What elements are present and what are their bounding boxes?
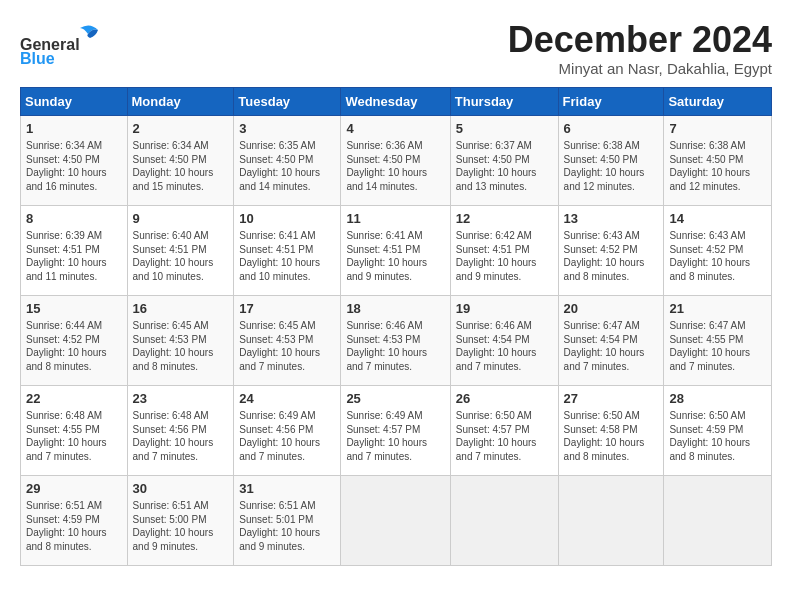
calendar-cell: 9Sunrise: 6:40 AMSunset: 4:51 PMDaylight…	[127, 205, 234, 295]
calendar-cell: 18Sunrise: 6:46 AMSunset: 4:53 PMDayligh…	[341, 295, 450, 385]
day-info: Sunrise: 6:49 AMSunset: 4:56 PMDaylight:…	[239, 409, 335, 463]
calendar-cell: 20Sunrise: 6:47 AMSunset: 4:54 PMDayligh…	[558, 295, 664, 385]
calendar-cell: 26Sunrise: 6:50 AMSunset: 4:57 PMDayligh…	[450, 385, 558, 475]
calendar-cell: 8Sunrise: 6:39 AMSunset: 4:51 PMDaylight…	[21, 205, 128, 295]
day-number: 1	[26, 120, 122, 138]
calendar-week-row: 22Sunrise: 6:48 AMSunset: 4:55 PMDayligh…	[21, 385, 772, 475]
calendar-cell	[664, 475, 772, 565]
calendar-cell: 7Sunrise: 6:38 AMSunset: 4:50 PMDaylight…	[664, 115, 772, 205]
calendar-cell: 15Sunrise: 6:44 AMSunset: 4:52 PMDayligh…	[21, 295, 128, 385]
day-number: 7	[669, 120, 766, 138]
day-number: 14	[669, 210, 766, 228]
calendar-cell: 23Sunrise: 6:48 AMSunset: 4:56 PMDayligh…	[127, 385, 234, 475]
calendar-week-row: 29Sunrise: 6:51 AMSunset: 4:59 PMDayligh…	[21, 475, 772, 565]
calendar-cell: 14Sunrise: 6:43 AMSunset: 4:52 PMDayligh…	[664, 205, 772, 295]
day-info: Sunrise: 6:39 AMSunset: 4:51 PMDaylight:…	[26, 229, 122, 283]
day-info: Sunrise: 6:42 AMSunset: 4:51 PMDaylight:…	[456, 229, 553, 283]
day-number: 28	[669, 390, 766, 408]
day-info: Sunrise: 6:51 AMSunset: 5:00 PMDaylight:…	[133, 499, 229, 553]
calendar-week-row: 1Sunrise: 6:34 AMSunset: 4:50 PMDaylight…	[21, 115, 772, 205]
day-number: 8	[26, 210, 122, 228]
day-number: 19	[456, 300, 553, 318]
col-thursday: Thursday	[450, 87, 558, 115]
day-number: 2	[133, 120, 229, 138]
day-number: 23	[133, 390, 229, 408]
calendar-cell: 25Sunrise: 6:49 AMSunset: 4:57 PMDayligh…	[341, 385, 450, 475]
month-year: December 2024	[508, 20, 772, 60]
day-info: Sunrise: 6:40 AMSunset: 4:51 PMDaylight:…	[133, 229, 229, 283]
day-number: 22	[26, 390, 122, 408]
calendar-cell: 11Sunrise: 6:41 AMSunset: 4:51 PMDayligh…	[341, 205, 450, 295]
day-info: Sunrise: 6:34 AMSunset: 4:50 PMDaylight:…	[26, 139, 122, 193]
day-info: Sunrise: 6:35 AMSunset: 4:50 PMDaylight:…	[239, 139, 335, 193]
day-number: 15	[26, 300, 122, 318]
day-number: 31	[239, 480, 335, 498]
day-number: 25	[346, 390, 444, 408]
day-number: 4	[346, 120, 444, 138]
day-number: 3	[239, 120, 335, 138]
day-info: Sunrise: 6:51 AMSunset: 4:59 PMDaylight:…	[26, 499, 122, 553]
day-info: Sunrise: 6:45 AMSunset: 4:53 PMDaylight:…	[133, 319, 229, 373]
calendar-cell: 21Sunrise: 6:47 AMSunset: 4:55 PMDayligh…	[664, 295, 772, 385]
day-info: Sunrise: 6:41 AMSunset: 4:51 PMDaylight:…	[346, 229, 444, 283]
day-info: Sunrise: 6:45 AMSunset: 4:53 PMDaylight:…	[239, 319, 335, 373]
day-number: 5	[456, 120, 553, 138]
calendar-cell: 4Sunrise: 6:36 AMSunset: 4:50 PMDaylight…	[341, 115, 450, 205]
day-info: Sunrise: 6:44 AMSunset: 4:52 PMDaylight:…	[26, 319, 122, 373]
col-wednesday: Wednesday	[341, 87, 450, 115]
day-info: Sunrise: 6:50 AMSunset: 4:58 PMDaylight:…	[564, 409, 659, 463]
day-info: Sunrise: 6:49 AMSunset: 4:57 PMDaylight:…	[346, 409, 444, 463]
location: Minyat an Nasr, Dakahlia, Egypt	[508, 60, 772, 77]
day-info: Sunrise: 6:50 AMSunset: 4:57 PMDaylight:…	[456, 409, 553, 463]
logo: General Blue	[20, 20, 120, 65]
day-info: Sunrise: 6:48 AMSunset: 4:56 PMDaylight:…	[133, 409, 229, 463]
day-number: 17	[239, 300, 335, 318]
day-info: Sunrise: 6:43 AMSunset: 4:52 PMDaylight:…	[564, 229, 659, 283]
day-number: 18	[346, 300, 444, 318]
calendar-cell: 29Sunrise: 6:51 AMSunset: 4:59 PMDayligh…	[21, 475, 128, 565]
svg-text:Blue: Blue	[20, 50, 55, 65]
calendar-cell	[341, 475, 450, 565]
calendar-cell: 2Sunrise: 6:34 AMSunset: 4:50 PMDaylight…	[127, 115, 234, 205]
calendar-cell: 31Sunrise: 6:51 AMSunset: 5:01 PMDayligh…	[234, 475, 341, 565]
day-info: Sunrise: 6:36 AMSunset: 4:50 PMDaylight:…	[346, 139, 444, 193]
page-header: General Blue December 2024 Minyat an Nas…	[20, 20, 772, 77]
day-number: 30	[133, 480, 229, 498]
day-number: 9	[133, 210, 229, 228]
col-sunday: Sunday	[21, 87, 128, 115]
col-saturday: Saturday	[664, 87, 772, 115]
day-info: Sunrise: 6:46 AMSunset: 4:53 PMDaylight:…	[346, 319, 444, 373]
calendar-cell: 10Sunrise: 6:41 AMSunset: 4:51 PMDayligh…	[234, 205, 341, 295]
calendar-cell: 1Sunrise: 6:34 AMSunset: 4:50 PMDaylight…	[21, 115, 128, 205]
day-info: Sunrise: 6:48 AMSunset: 4:55 PMDaylight:…	[26, 409, 122, 463]
calendar-cell: 3Sunrise: 6:35 AMSunset: 4:50 PMDaylight…	[234, 115, 341, 205]
day-number: 11	[346, 210, 444, 228]
day-number: 10	[239, 210, 335, 228]
calendar-cell: 12Sunrise: 6:42 AMSunset: 4:51 PMDayligh…	[450, 205, 558, 295]
calendar-cell: 27Sunrise: 6:50 AMSunset: 4:58 PMDayligh…	[558, 385, 664, 475]
day-number: 20	[564, 300, 659, 318]
day-info: Sunrise: 6:38 AMSunset: 4:50 PMDaylight:…	[564, 139, 659, 193]
calendar-table: Sunday Monday Tuesday Wednesday Thursday…	[20, 87, 772, 566]
day-info: Sunrise: 6:38 AMSunset: 4:50 PMDaylight:…	[669, 139, 766, 193]
day-info: Sunrise: 6:41 AMSunset: 4:51 PMDaylight:…	[239, 229, 335, 283]
day-number: 27	[564, 390, 659, 408]
title-block: December 2024 Minyat an Nasr, Dakahlia, …	[508, 20, 772, 77]
day-info: Sunrise: 6:34 AMSunset: 4:50 PMDaylight:…	[133, 139, 229, 193]
calendar-cell: 28Sunrise: 6:50 AMSunset: 4:59 PMDayligh…	[664, 385, 772, 475]
col-friday: Friday	[558, 87, 664, 115]
calendar-week-row: 15Sunrise: 6:44 AMSunset: 4:52 PMDayligh…	[21, 295, 772, 385]
col-monday: Monday	[127, 87, 234, 115]
day-info: Sunrise: 6:37 AMSunset: 4:50 PMDaylight:…	[456, 139, 553, 193]
calendar-week-row: 8Sunrise: 6:39 AMSunset: 4:51 PMDaylight…	[21, 205, 772, 295]
calendar-cell	[558, 475, 664, 565]
day-number: 21	[669, 300, 766, 318]
day-number: 24	[239, 390, 335, 408]
day-number: 13	[564, 210, 659, 228]
calendar-cell: 22Sunrise: 6:48 AMSunset: 4:55 PMDayligh…	[21, 385, 128, 475]
day-info: Sunrise: 6:43 AMSunset: 4:52 PMDaylight:…	[669, 229, 766, 283]
calendar-cell: 19Sunrise: 6:46 AMSunset: 4:54 PMDayligh…	[450, 295, 558, 385]
day-number: 12	[456, 210, 553, 228]
day-info: Sunrise: 6:46 AMSunset: 4:54 PMDaylight:…	[456, 319, 553, 373]
calendar-cell: 30Sunrise: 6:51 AMSunset: 5:00 PMDayligh…	[127, 475, 234, 565]
